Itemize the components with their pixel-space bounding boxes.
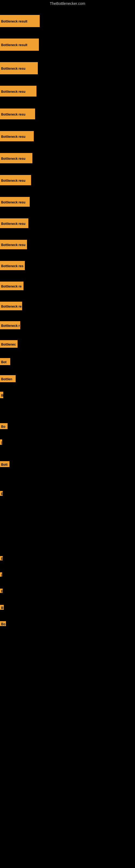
bar-label-13: Bottleneck re: [0, 302, 22, 310]
bar-row-26: B: [0, 605, 4, 610]
bar-row-2: Bottleneck resu: [0, 62, 38, 74]
bar-row-7: Bottleneck resu: [0, 175, 31, 185]
bar-row-22: E: [0, 491, 3, 496]
bar-label-23: E: [0, 556, 3, 560]
bar-row-0: Bottleneck result: [0, 15, 40, 27]
bar-row-16: Bot: [0, 358, 10, 365]
bar-label-15: Bottlenec: [0, 340, 17, 348]
bar-label-17: Bottlen: [0, 375, 16, 382]
bar-label-21: Bott: [0, 461, 9, 467]
bar-row-21: Bott: [0, 461, 9, 467]
bar-label-16: Bot: [0, 358, 10, 365]
bar-label-22: E: [0, 491, 3, 496]
bar-row-14: Bottleneck r: [0, 321, 20, 329]
bar-label-5: Bottleneck resu: [0, 131, 34, 141]
bar-label-19: Bo: [0, 423, 8, 429]
bar-label-25: E: [0, 589, 3, 593]
bar-row-23: E: [0, 556, 3, 560]
bar-row-3: Bottleneck resu: [0, 86, 37, 97]
bar-row-15: Bottlenec: [0, 340, 17, 348]
bar-row-20: |: [0, 439, 2, 445]
bar-label-2: Bottleneck resu: [0, 62, 38, 74]
bar-label-12: Bottleneck re: [0, 282, 24, 290]
bar-label-3: Bottleneck resu: [0, 86, 37, 97]
bar-label-10: Bottleneck resu: [0, 240, 27, 249]
bar-row-1: Bottleneck result: [0, 38, 39, 51]
bar-label-27: Bo: [0, 621, 6, 626]
bar-row-19: Bo: [0, 423, 8, 429]
bar-row-4: Bottleneck resu: [0, 108, 35, 119]
bar-row-13: Bottleneck re: [0, 302, 22, 310]
bar-label-11: Bottleneck res: [0, 261, 25, 270]
bar-row-11: Bottleneck res: [0, 261, 25, 270]
bar-label-14: Bottleneck r: [0, 321, 20, 329]
bar-row-8: Bottleneck resu: [0, 197, 30, 207]
bar-row-10: Bottleneck resu: [0, 240, 27, 249]
bar-label-18: B: [0, 392, 3, 398]
site-title: TheBottlenecker.com: [0, 0, 135, 7]
bar-row-9: Bottleneck resu: [0, 218, 28, 228]
bar-label-9: Bottleneck resu: [0, 218, 28, 228]
bar-label-4: Bottleneck resu: [0, 108, 35, 119]
bar-row-5: Bottleneck resu: [0, 131, 34, 141]
bar-label-8: Bottleneck resu: [0, 197, 30, 207]
bar-row-25: E: [0, 589, 3, 593]
bar-label-7: Bottleneck resu: [0, 175, 31, 185]
bar-row-27: Bo: [0, 621, 6, 626]
bar-label-6: Bottleneck resu: [0, 153, 32, 163]
bar-label-26: B: [0, 605, 4, 610]
bar-row-6: Bottleneck resu: [0, 153, 32, 163]
bar-label-20: |: [0, 439, 2, 445]
bar-label-0: Bottleneck result: [0, 15, 40, 27]
bar-label-1: Bottleneck result: [0, 38, 39, 51]
bar-row-17: Bottlen: [0, 375, 16, 382]
bar-label-24: |: [0, 572, 2, 577]
bar-row-24: |: [0, 572, 2, 577]
bar-row-12: Bottleneck re: [0, 282, 24, 290]
bar-row-18: B: [0, 392, 3, 398]
